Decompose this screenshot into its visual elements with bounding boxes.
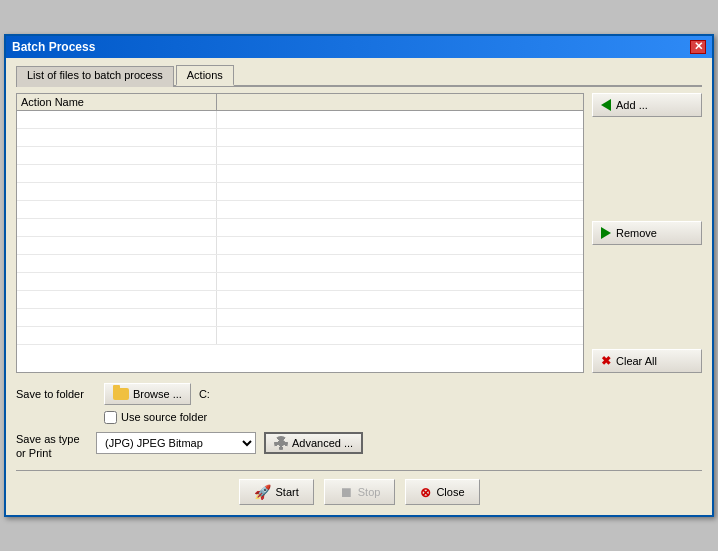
use-source-row: Use source folder xyxy=(104,411,702,424)
title-bar: Batch Process ✕ xyxy=(6,36,712,58)
col-action-name-header: Action Name xyxy=(17,94,217,110)
close-button[interactable]: ⊗ Close xyxy=(405,479,479,505)
batch-process-dialog: Batch Process ✕ List of files to batch p… xyxy=(4,34,714,518)
clear-icon: ✖ xyxy=(601,354,611,368)
table-header: Action Name xyxy=(17,94,583,111)
footer-buttons: 🚀 Start ⏹ Stop ⊗ Close xyxy=(16,470,702,505)
stop-icon: ⏹ xyxy=(339,484,353,500)
use-source-checkbox[interactable] xyxy=(104,411,117,424)
table-row xyxy=(17,273,583,291)
save-folder-label: Save to folder xyxy=(16,387,96,401)
start-icon: 🚀 xyxy=(254,484,271,500)
table-row xyxy=(17,327,583,345)
remove-button[interactable]: Remove xyxy=(592,221,702,245)
bottom-section: Save to folder Browse ... C: Use source … xyxy=(16,383,702,461)
table-row xyxy=(17,255,583,273)
folder-path: C: xyxy=(199,388,210,400)
table-row xyxy=(17,291,583,309)
stop-button[interactable]: ⏹ Stop xyxy=(324,479,396,505)
save-type-select[interactable]: (JPG) JPEG Bitmap (PNG) Portable Network… xyxy=(96,432,256,454)
table-row xyxy=(17,111,583,129)
tab-files[interactable]: List of files to batch process xyxy=(16,66,174,87)
tab-bar: List of files to batch process Actions xyxy=(16,64,702,87)
tab-actions[interactable]: Actions xyxy=(176,65,234,86)
close-title-button[interactable]: ✕ xyxy=(690,40,706,54)
table-row xyxy=(17,219,583,237)
browse-button[interactable]: Browse ... xyxy=(104,383,191,405)
save-folder-row: Save to folder Browse ... C: xyxy=(16,383,702,405)
table-row xyxy=(17,237,583,255)
add-icon xyxy=(601,99,611,111)
main-area: Action Name xyxy=(16,93,702,373)
col-value-header xyxy=(217,94,583,110)
clear-all-button[interactable]: ✖ Clear All xyxy=(592,349,702,373)
table-row xyxy=(17,165,583,183)
remove-icon xyxy=(601,227,611,239)
close-dialog-icon: ⊗ xyxy=(420,485,431,500)
dialog-title: Batch Process xyxy=(12,40,95,54)
table-row xyxy=(17,201,583,219)
table-row xyxy=(17,147,583,165)
start-button[interactable]: 🚀 Start xyxy=(239,479,314,505)
add-button[interactable]: Add ... xyxy=(592,93,702,117)
save-type-row: Save as typeor Print (JPG) JPEG Bitmap (… xyxy=(16,432,702,461)
use-source-label: Use source folder xyxy=(121,411,207,423)
action-table: Action Name xyxy=(16,93,584,373)
save-type-controls: (JPG) JPEG Bitmap (PNG) Portable Network… xyxy=(96,432,363,454)
save-type-label: Save as typeor Print xyxy=(16,432,96,461)
table-row xyxy=(17,129,583,147)
table-row xyxy=(17,309,583,327)
advanced-button[interactable]: ⚙ Advanced ... xyxy=(264,432,363,454)
action-buttons-panel: Add ... Remove ✖ Clear All xyxy=(592,93,702,373)
gear-icon: ⚙ xyxy=(274,436,288,450)
folder-icon xyxy=(113,388,129,400)
table-row xyxy=(17,183,583,201)
dialog-body: List of files to batch process Actions A… xyxy=(6,58,712,516)
table-rows xyxy=(17,111,583,366)
